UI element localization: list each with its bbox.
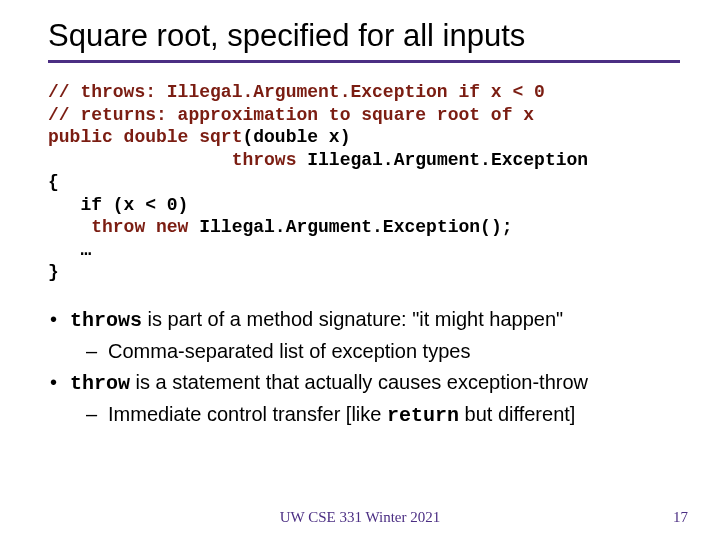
bullet-1-sub: Comma-separated list of exception types	[108, 338, 680, 365]
code-line-4a: throws	[232, 150, 297, 170]
code-line-4b: Illegal.Argument.Exception	[296, 150, 588, 170]
bullet-1: throws is part of a method signature: "i…	[70, 306, 680, 334]
code-line-5: {	[48, 172, 59, 192]
bullet-list: throws is part of a method signature: "i…	[48, 306, 680, 429]
bullet-2-sub-a: Immediate control transfer [like	[108, 403, 387, 425]
bullet-2-code: throw	[70, 372, 130, 395]
slide-content: Square root, specified for all inputs //…	[0, 0, 720, 429]
bullet-2-sub-b: but different]	[459, 403, 575, 425]
code-line-7b: Illegal.Argument.Exception();	[188, 217, 512, 237]
code-line-2: // returns: approximation to square root…	[48, 105, 534, 125]
slide-title: Square root, specified for all inputs	[48, 18, 680, 54]
code-line-6: if (x < 0)	[48, 195, 188, 215]
bullet-2-sub: Immediate control transfer [like return …	[108, 401, 680, 429]
code-block: // throws: Illegal.Argument.Exception if…	[48, 81, 680, 284]
footer-text: UW CSE 331 Winter 2021	[0, 509, 720, 526]
bullet-2: throw is a statement that actually cause…	[70, 369, 680, 397]
code-line-3a: public double sqrt	[48, 127, 242, 147]
code-line-4-pad	[48, 150, 232, 170]
code-line-3b: (double x)	[242, 127, 350, 147]
code-line-8: …	[48, 240, 91, 260]
code-line-7a: throw new	[48, 217, 188, 237]
bullet-1-text: is part of a method signature: "it might…	[142, 308, 563, 330]
code-line-1: // throws: Illegal.Argument.Exception if…	[48, 82, 545, 102]
code-line-9: }	[48, 262, 59, 282]
title-divider	[48, 60, 680, 63]
bullet-2-text: is a statement that actually causes exce…	[130, 371, 588, 393]
page-number: 17	[673, 509, 688, 526]
bullet-2-sub-code: return	[387, 404, 459, 427]
bullet-1-code: throws	[70, 309, 142, 332]
